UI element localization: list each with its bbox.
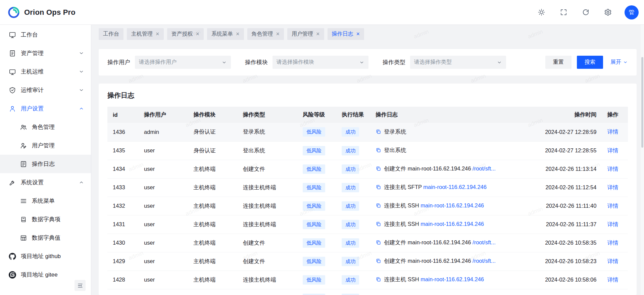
sidebar-item-ops-audit[interactable]: 运维审计	[0, 81, 91, 99]
detail-link[interactable]: 详情	[607, 147, 618, 153]
tab-close-icon[interactable]: ×	[236, 31, 240, 37]
cell-time: 2024-02-27 12:28:55	[524, 141, 602, 160]
detail-link[interactable]: 详情	[607, 166, 618, 172]
tab-close-icon[interactable]: ×	[356, 31, 360, 37]
tab-close-icon[interactable]: ×	[196, 31, 200, 37]
tab-item-6[interactable]: 操作日志×	[328, 28, 364, 40]
log-link[interactable]: main-root-116.62.194.246	[423, 184, 487, 190]
scrollbar-thumb[interactable]	[641, 57, 643, 148]
sidebar-item-dict-value[interactable]: 数据字典值	[0, 229, 91, 247]
filter-select-module[interactable]: 请选择操作模块	[273, 56, 368, 69]
cell-time: 2024-02-26 11:11:40	[524, 197, 602, 215]
risk-badge: 低风险	[303, 127, 325, 137]
column-header-id: id	[107, 107, 139, 123]
tab-label: 角色管理	[252, 31, 273, 38]
chevron-down-icon	[221, 60, 227, 65]
filter-select-type[interactable]: 请选择操作类型	[410, 56, 506, 69]
sidebar-item-workbench[interactable]: 工作台	[0, 26, 91, 44]
cell-type: 创建文件	[238, 234, 297, 252]
log-link[interactable]: main-root-116.62.194.246	[420, 202, 484, 208]
content-area: 操作用户 请选择操作用户 操作模块 请选择操作模块	[91, 43, 644, 295]
sidebar-item-host-ops[interactable]: 主机运维	[0, 62, 91, 81]
filter-group-type: 操作类型 请选择操作类型	[383, 56, 506, 69]
copy-icon[interactable]	[376, 184, 381, 191]
workbench-icon	[9, 31, 16, 39]
detail-link[interactable]: 详情	[607, 277, 618, 283]
cell-time: 2024-02-26 10:58:06	[524, 271, 602, 289]
cell-type: 连接主机终端	[238, 271, 297, 289]
tab-item-3[interactable]: 系统菜单×	[207, 28, 244, 40]
copy-icon[interactable]	[376, 147, 381, 154]
log-link[interactable]: /root/sft...	[473, 239, 496, 245]
tab-close-icon[interactable]: ×	[276, 31, 280, 37]
copy-icon[interactable]	[376, 240, 381, 247]
tab-item-2[interactable]: 资产授权×	[167, 28, 204, 40]
detail-link[interactable]: 详情	[607, 258, 618, 264]
reset-button[interactable]: 重置	[545, 56, 572, 69]
cell-type: 连接主机终端	[238, 197, 297, 215]
sidebar-item-user-settings[interactable]: 用户设置	[0, 99, 91, 118]
sidebar-item-system-settings[interactable]: 系统设置	[0, 173, 91, 192]
tab-item-0[interactable]: 工作台	[99, 28, 123, 40]
app-window: Orion Ops Pro 管 工作台资产管理主机运维运维审计用户设置角色管理用…	[0, 0, 644, 295]
tab-label: 操作日志	[332, 31, 353, 38]
cell-result: 成功	[336, 123, 370, 141]
cell-user: user	[139, 178, 188, 197]
refresh-icon[interactable]	[579, 6, 592, 19]
sidebar-item-operation-log[interactable]: 操作日志	[0, 155, 91, 173]
sidebar-item-label: 数据字典值	[32, 234, 84, 242]
sidebar-item-dict-item[interactable]: 数据字典项	[0, 210, 91, 229]
sidebar-item-label: 系统菜单	[32, 197, 84, 205]
tab-item-4[interactable]: 角色管理×	[247, 28, 284, 40]
cell-action: 详情	[602, 271, 628, 289]
copy-icon[interactable]	[376, 129, 381, 136]
cell-risk: 低风险	[297, 123, 336, 141]
copy-icon[interactable]	[376, 258, 381, 265]
log-link[interactable]: /root/sft...	[473, 165, 496, 171]
copy-icon[interactable]	[376, 166, 381, 173]
tab-close-icon[interactable]: ×	[156, 31, 159, 37]
cell-module: 主机终端	[188, 252, 237, 271]
sidebar-item-user-management[interactable]: 用户管理	[0, 136, 91, 155]
sidebar-item-role-management[interactable]: 角色管理	[0, 118, 91, 136]
table-row: 1427user主机终端连接主机终端低风险成功连接主机 SFTP main-ro…	[107, 289, 628, 295]
log-link[interactable]: main-root-116.62.194.246	[420, 276, 484, 282]
cell-action: 详情	[602, 289, 628, 295]
copy-icon[interactable]	[376, 221, 381, 228]
sidebar-item-system-menu[interactable]: 系统菜单	[0, 192, 91, 210]
expand-link[interactable]: 展开	[610, 59, 628, 66]
tab-item-5[interactable]: 用户管理×	[287, 28, 324, 40]
theme-toggle-icon[interactable]	[535, 6, 548, 19]
search-button[interactable]: 搜索	[577, 56, 603, 69]
result-badge: 成功	[342, 238, 359, 248]
cell-log: 连接主机 SSH main-root-116.62.194.246	[370, 215, 524, 234]
table-row: 1435user身份认证登出系统低风险成功登出系统2024-02-27 12:2…	[107, 141, 628, 160]
sidebar-item-asset-management[interactable]: 资产管理	[0, 44, 91, 62]
scrollbar[interactable]	[641, 25, 644, 295]
avatar[interactable]: 管	[625, 5, 639, 19]
detail-link[interactable]: 详情	[607, 129, 618, 135]
cell-action: 详情	[602, 141, 628, 160]
cell-id: 1432	[107, 197, 139, 215]
filter-select-user[interactable]: 请选择操作用户	[135, 56, 231, 69]
tab-close-icon[interactable]: ×	[316, 31, 320, 37]
log-link[interactable]: /root/sft...	[473, 258, 496, 264]
detail-link[interactable]: 详情	[607, 203, 618, 209]
copy-icon[interactable]	[376, 277, 381, 284]
sidebar-item-github[interactable]: 项目地址 github	[0, 247, 91, 265]
risk-badge: 低风险	[303, 220, 325, 229]
detail-link[interactable]: 详情	[607, 184, 618, 190]
detail-link[interactable]: 详情	[607, 221, 618, 227]
cell-type: 连接主机终端	[238, 289, 297, 295]
cell-log: 登出系统	[370, 141, 524, 160]
fullscreen-icon[interactable]	[557, 6, 570, 19]
tab-item-1[interactable]: 主机管理×	[127, 28, 164, 40]
cell-user: user	[139, 215, 188, 234]
detail-link[interactable]: 详情	[607, 240, 618, 246]
log-link[interactable]: main-root-116.62.194.246	[420, 221, 484, 227]
cell-id: 1430	[107, 234, 139, 252]
sidebar-collapse-button[interactable]	[75, 280, 86, 291]
copy-icon[interactable]	[376, 203, 381, 210]
settings-gear-icon[interactable]	[601, 6, 614, 19]
result-badge: 成功	[342, 127, 359, 137]
